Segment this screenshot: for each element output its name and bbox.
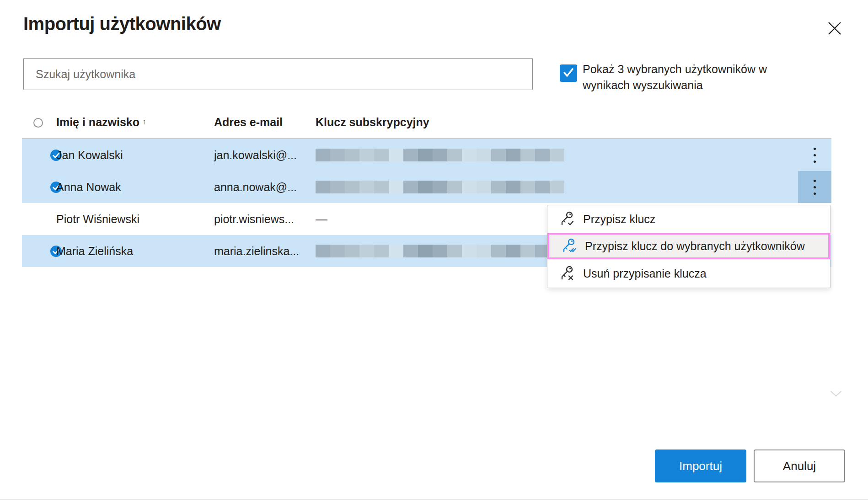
sort-ascending-icon: ↑ [142,118,146,126]
subscription-key-empty: — [316,203,327,235]
menu-item-assign-key[interactable]: Przypisz klucz [547,205,830,233]
user-email: piotr.wisniews... [214,203,294,235]
show-selected-checkbox[interactable] [560,64,577,82]
menu-item-assign-key-to-selected[interactable]: Przypisz klucz do wybranych użytkowników [547,233,830,259]
column-header-name-label: Imię i nazwisko [56,116,139,128]
search-input[interactable] [23,58,533,90]
column-header-name[interactable]: Imię i nazwisko↑ [56,116,146,129]
show-selected-filter: Pokaż 3 wybranych użytkowników w wynikac… [560,58,798,93]
cancel-button[interactable]: Anuluj [754,449,845,482]
subscription-key-redacted [316,139,564,171]
key-remove-icon [558,265,576,282]
row-more-options-button[interactable] [798,171,831,203]
user-name: Piotr Wiśniewski [56,203,139,235]
user-email: anna.nowak@... [214,171,297,203]
row-context-menu: Przypisz klucz Przypisz klucz do wybrany… [547,205,830,288]
chevron-down-icon [830,390,842,399]
show-selected-label: Pokaż 3 wybranych użytkowników w wynikac… [583,58,793,93]
key-double-check-icon [560,237,578,255]
menu-item-label: Usuń przypisanie klucza [583,267,707,280]
checkmark-icon [562,65,575,81]
subscription-key-redacted [316,171,564,203]
subscription-key-redacted [316,235,564,267]
row-more-options-button[interactable] [798,139,831,171]
column-header-subscription-key[interactable]: Klucz subskrypcyjny [316,116,429,129]
close-button[interactable] [823,17,846,40]
user-email: maria.zielinska... [214,235,299,267]
menu-item-label: Przypisz klucz [583,213,655,226]
table-row[interactable]: Anna Nowak anna.nowak@... [22,171,831,203]
user-email: jan.kowalski@... [214,139,297,171]
user-name: Jan Kowalski [56,139,123,171]
close-icon [826,20,843,38]
import-button[interactable]: Importuj [655,449,746,482]
key-check-icon [558,210,576,228]
import-users-dialog: Importuj użytkowników Pokaż 3 wybranych … [0,0,868,503]
user-name: Maria Zielińska [56,235,133,267]
select-all-radio[interactable] [33,118,43,128]
menu-item-remove-key-assignment[interactable]: Usuń przypisanie klucza [547,259,830,288]
column-header-email[interactable]: Adres e-mail [214,116,283,129]
page-title: Importuj użytkowników [23,14,221,34]
table-header: Imię i nazwisko↑ Adres e-mail Klucz subs… [22,110,831,139]
table-row[interactable]: Jan Kowalski jan.kowalski@... [22,139,831,171]
bottom-divider [0,499,868,500]
menu-item-label: Przypisz klucz do wybranych użytkowników [585,240,805,253]
user-name: Anna Nowak [56,171,121,203]
